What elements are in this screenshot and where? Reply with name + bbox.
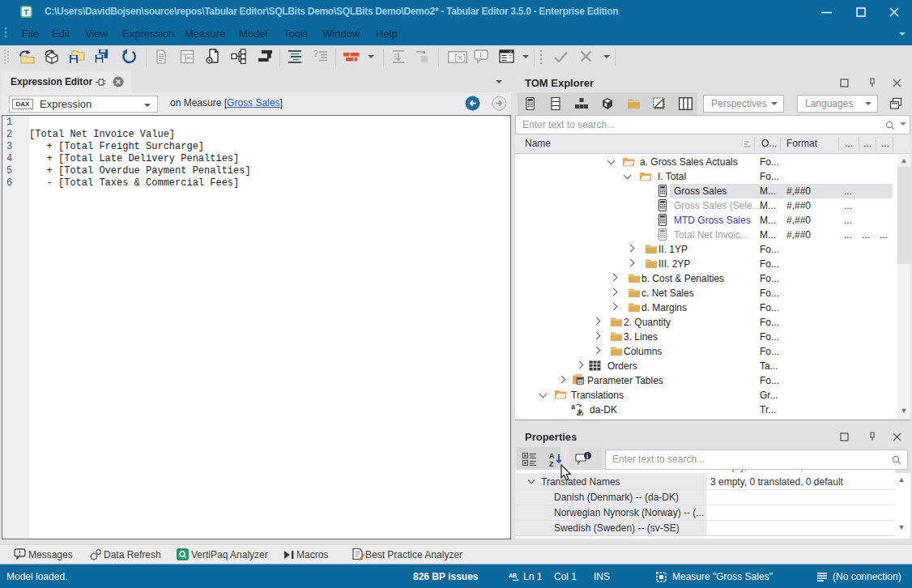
svg-text:AB: AB (509, 573, 517, 578)
svg-text:i: i (586, 453, 588, 460)
svg-text:A: A (549, 452, 555, 460)
svg-text:T: T (24, 8, 29, 16)
svg-text:?: ? (313, 49, 318, 58)
svg-text:!: ! (479, 51, 482, 59)
svg-text:Z: Z (549, 460, 554, 467)
svg-text:[x]: [x] (454, 54, 467, 62)
